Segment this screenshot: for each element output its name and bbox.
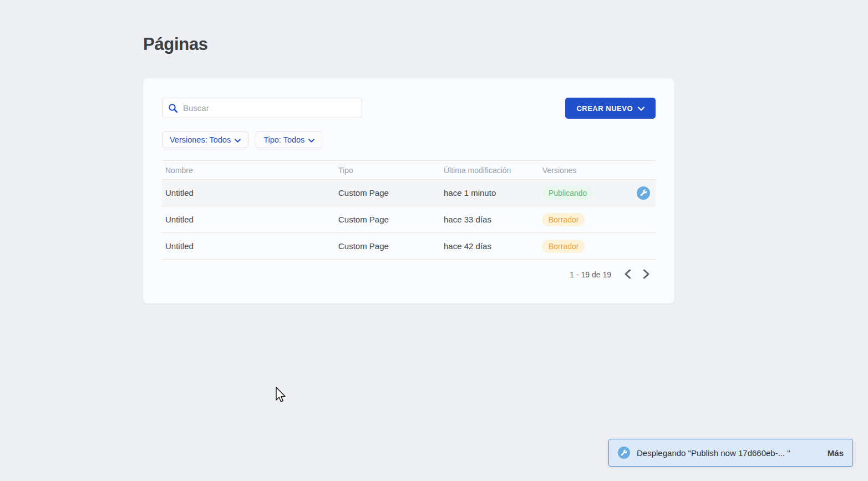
cell-type: Custom Page: [335, 215, 440, 224]
filter-type[interactable]: Tipo: Todos: [256, 131, 322, 148]
table-row[interactable]: Untitled Custom Page hace 33 días Borrad…: [162, 206, 656, 233]
search-icon: [168, 103, 178, 113]
toolbar: CREAR NUEVO: [162, 98, 656, 119]
status-badge: Borrador: [542, 213, 585, 226]
status-badge: Borrador: [542, 240, 585, 253]
pages-table: Nombre Tipo Última modificación Versione…: [162, 160, 656, 260]
column-header-type: Tipo: [335, 166, 440, 175]
chevron-right-icon: [643, 269, 650, 281]
pagination-next-button[interactable]: [637, 265, 656, 284]
cell-name: Untitled: [162, 215, 335, 224]
cell-type: Custom Page: [335, 188, 440, 198]
filter-type-label: Tipo: Todos: [263, 135, 304, 144]
pagination-range: 1 - 19 de 19: [570, 270, 611, 279]
chevron-down-icon: [308, 135, 314, 144]
pages-panel: CREAR NUEVO Versiones: Todos Tipo: Todos: [143, 78, 674, 303]
cell-name: Untitled: [162, 188, 335, 198]
mouse-cursor: [275, 387, 287, 406]
pagination: 1 - 19 de 19: [162, 265, 656, 284]
cell-name: Untitled: [162, 241, 335, 251]
filter-versions[interactable]: Versiones: Todos: [162, 131, 248, 148]
cell-modified: hace 42 días: [440, 241, 539, 251]
toast-more-button[interactable]: Más: [828, 448, 844, 458]
status-badge: Publicando: [542, 186, 593, 200]
chevron-down-icon: [235, 135, 241, 144]
filter-versions-label: Versiones: Todos: [170, 135, 231, 144]
column-header-name: Nombre: [162, 166, 335, 175]
building-wrench-icon: [618, 447, 630, 459]
deploy-toast: Desplegando "Publish now 17d660eb-... " …: [608, 439, 853, 467]
table-header: Nombre Tipo Última modificación Versione…: [162, 160, 656, 180]
search-input[interactable]: [183, 103, 356, 113]
filters-row: Versiones: Todos Tipo: Todos: [162, 131, 656, 148]
cell-modified: hace 1 minuto: [440, 188, 539, 198]
pagination-prev-button[interactable]: [618, 265, 637, 284]
cell-type: Custom Page: [335, 241, 440, 251]
table-row[interactable]: Untitled Custom Page hace 1 minuto Publi…: [162, 180, 656, 206]
column-header-modified: Última modificación: [440, 166, 539, 175]
toast-message: Desplegando "Publish now 17d660eb-... ": [637, 448, 821, 458]
chevron-left-icon: [624, 269, 631, 281]
create-new-label: CREAR NUEVO: [576, 104, 633, 113]
building-wrench-icon: [637, 186, 650, 200]
page-title: Páginas: [143, 34, 208, 54]
column-header-versions: Versiones: [539, 166, 633, 175]
table-row[interactable]: Untitled Custom Page hace 42 días Borrad…: [162, 233, 656, 260]
create-new-button[interactable]: CREAR NUEVO: [565, 98, 656, 119]
chevron-down-icon: [638, 104, 644, 113]
cell-modified: hace 33 días: [440, 215, 539, 224]
search-box[interactable]: [162, 98, 362, 118]
